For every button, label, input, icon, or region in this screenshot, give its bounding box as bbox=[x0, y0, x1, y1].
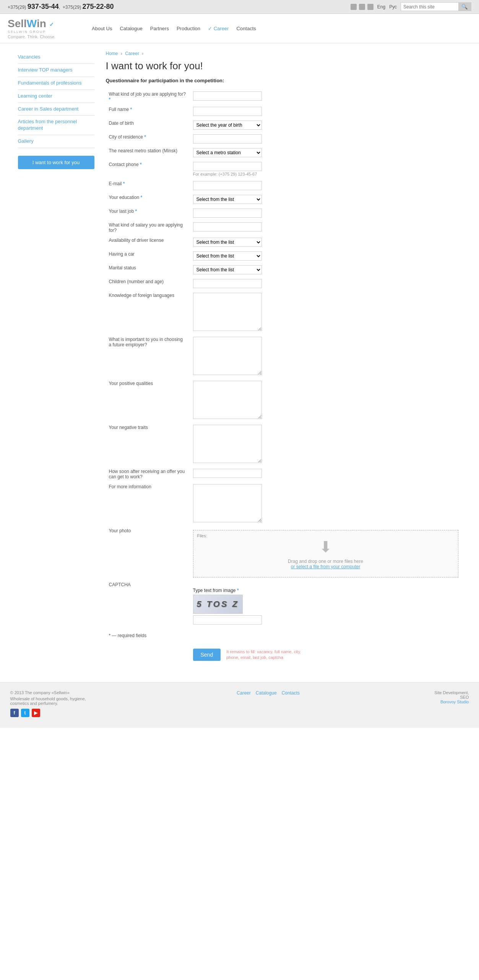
select-car[interactable]: Select from the list bbox=[193, 251, 262, 261]
input-lastjob[interactable] bbox=[193, 209, 262, 218]
label-salary: What kind of salary you are applying for… bbox=[106, 220, 190, 235]
textarea-negative[interactable] bbox=[193, 425, 262, 463]
footer-social: f t ▶ bbox=[10, 709, 106, 717]
footer-nav-contacts[interactable]: Contacts bbox=[282, 690, 300, 696]
required-note: * — required fields bbox=[109, 633, 458, 638]
input-fullname[interactable] bbox=[193, 107, 262, 116]
footer-nav-catalogue[interactable]: Catalogue bbox=[256, 690, 277, 696]
field-email: E-mail * bbox=[106, 179, 461, 192]
breadcrumb-career[interactable]: Career bbox=[125, 51, 139, 56]
input-city[interactable] bbox=[193, 134, 262, 143]
select-marital[interactable]: Select from the list bbox=[193, 265, 262, 274]
label-phone: Contact phone * bbox=[106, 160, 190, 179]
sidebar-item-career-sales[interactable]: Career in Sales department bbox=[18, 103, 94, 116]
input-cell-education: Select from the list bbox=[190, 192, 461, 206]
textarea-moreinfo[interactable] bbox=[193, 484, 262, 522]
field-driver: Availability of driver license Select fr… bbox=[106, 235, 461, 249]
sidebar-item-fundamentals[interactable]: Fundamentals of professions bbox=[18, 77, 94, 90]
search-input[interactable] bbox=[401, 3, 458, 11]
nav-contacts[interactable]: Contacts bbox=[236, 26, 256, 31]
home-icon[interactable] bbox=[351, 4, 357, 10]
field-languages: Knowledge of foreign languages bbox=[106, 290, 461, 334]
nav-catalogue[interactable]: Catalogue bbox=[120, 26, 142, 31]
file-upload-area[interactable]: Files: ⬇ Drag and drop one or more files… bbox=[193, 530, 458, 577]
textarea-employer[interactable] bbox=[193, 337, 262, 375]
nav-about[interactable]: About Us bbox=[92, 26, 112, 31]
logo-tagline: Compare. Think. Choose. bbox=[8, 34, 76, 39]
sidebar-item-articles[interactable]: Articles from the personnel department bbox=[18, 116, 94, 135]
input-cell-photo: Files: ⬇ Drag and drop one or more files… bbox=[190, 526, 461, 580]
footer-inner: © 2013 The company «Sellwin» Wholesale o… bbox=[10, 690, 469, 720]
field-fullname: Full name * bbox=[106, 104, 461, 118]
field-positive: Your positive qualities bbox=[106, 378, 461, 422]
lang-rus[interactable]: Рус bbox=[389, 4, 397, 10]
phone-icon[interactable] bbox=[367, 4, 373, 10]
field-negative: Your negative traits bbox=[106, 422, 461, 466]
page-title: I want to work for you! bbox=[106, 60, 461, 72]
phone2-prefix: +375(29) bbox=[63, 5, 81, 10]
input-phone[interactable] bbox=[193, 162, 262, 171]
label-moreinfo: For more information bbox=[106, 482, 190, 526]
header: SellWin ✓ SELLWIN GROUP Compare. Think. … bbox=[0, 14, 479, 43]
textarea-languages[interactable] bbox=[193, 293, 262, 331]
select-driver[interactable]: Select from the list bbox=[193, 238, 262, 247]
select-metro[interactable]: Select a metro station bbox=[193, 148, 262, 157]
footer-site-dev: Site Development, bbox=[435, 690, 469, 695]
label-negative: Your negative traits bbox=[106, 422, 190, 466]
search-button[interactable]: 🔍 bbox=[458, 3, 471, 11]
social-twitter[interactable]: t bbox=[21, 709, 29, 717]
label-education: Your education * bbox=[106, 192, 190, 206]
input-email[interactable] bbox=[193, 181, 262, 190]
captcha-image: 5 TOS Z bbox=[193, 595, 243, 614]
textarea-positive[interactable] bbox=[193, 381, 262, 419]
input-cell-city bbox=[190, 132, 461, 146]
input-cell-metro: Select a metro station bbox=[190, 146, 461, 160]
field-education: Your education * Select from the list bbox=[106, 192, 461, 206]
field-dob: Date of birth Select the year of birth bbox=[106, 118, 461, 132]
main-container: Vacancies Interview TOP managers Fundame… bbox=[10, 43, 469, 671]
label-city: City of residence * bbox=[106, 132, 190, 146]
sidebar-item-learning[interactable]: Learning center bbox=[18, 90, 94, 103]
input-children[interactable] bbox=[193, 279, 262, 288]
application-form: What kind of job you are applying for? *… bbox=[106, 89, 461, 663]
lang-eng[interactable]: Eng bbox=[377, 4, 385, 10]
input-salary[interactable] bbox=[193, 222, 262, 232]
label-children: Children (number and age) bbox=[106, 277, 190, 290]
nav-career[interactable]: ✓ Career bbox=[208, 26, 229, 31]
nav-production[interactable]: Production bbox=[177, 26, 200, 31]
label-employer: What is important to you in choosing a f… bbox=[106, 334, 190, 378]
input-job[interactable] bbox=[193, 91, 262, 101]
label-startdate: How soon after receiving an offer you ca… bbox=[106, 466, 190, 482]
sidebar-item-interview[interactable]: Interview TOP managers bbox=[18, 64, 94, 77]
social-youtube[interactable]: ▶ bbox=[32, 709, 40, 717]
footer-studio-link[interactable]: Borovoy Studio bbox=[440, 700, 469, 704]
select-dob[interactable]: Select the year of birth bbox=[193, 121, 262, 130]
input-startdate[interactable] bbox=[193, 469, 262, 478]
captcha-input[interactable] bbox=[193, 615, 262, 625]
breadcrumb-home[interactable]: Home bbox=[106, 51, 118, 56]
field-employer: What is important to you in choosing a f… bbox=[106, 334, 461, 378]
select-education[interactable]: Select from the list bbox=[193, 195, 262, 204]
label-positive: Your positive qualities bbox=[106, 378, 190, 422]
submit-area: Send It remains to fill: vacancy, full n… bbox=[193, 649, 458, 661]
footer-nav-career[interactable]: Career bbox=[237, 690, 251, 696]
upload-link[interactable]: or select a file from your computer bbox=[291, 564, 360, 569]
submit-button[interactable]: Send bbox=[193, 649, 221, 661]
sidebar-cta-button[interactable]: I want to work for you bbox=[18, 156, 94, 169]
footer-nav: Career Catalogue Contacts bbox=[237, 690, 304, 696]
sidebar-item-vacancies[interactable]: Vacancies bbox=[18, 51, 94, 64]
social-facebook[interactable]: f bbox=[10, 709, 19, 717]
email-icon[interactable] bbox=[359, 4, 365, 10]
sidebar: Vacancies Interview TOP managers Fundame… bbox=[18, 51, 94, 663]
lang-switcher[interactable]: Eng Рус bbox=[377, 4, 397, 10]
label-email: E-mail * bbox=[106, 179, 190, 192]
nav-partners[interactable]: Partners bbox=[150, 26, 169, 31]
submit-hint: It remains to fill: vacancy, full name, … bbox=[226, 649, 303, 661]
sidebar-item-gallery[interactable]: Gallery bbox=[18, 135, 94, 148]
search-box[interactable]: 🔍 bbox=[401, 2, 471, 11]
input-cell-children bbox=[190, 277, 461, 290]
drag-text: Drag and drop one or more files here bbox=[201, 559, 450, 564]
input-cell-fullname bbox=[190, 104, 461, 118]
label-lastjob: Your last job * bbox=[106, 206, 190, 220]
field-city: City of residence * bbox=[106, 132, 461, 146]
